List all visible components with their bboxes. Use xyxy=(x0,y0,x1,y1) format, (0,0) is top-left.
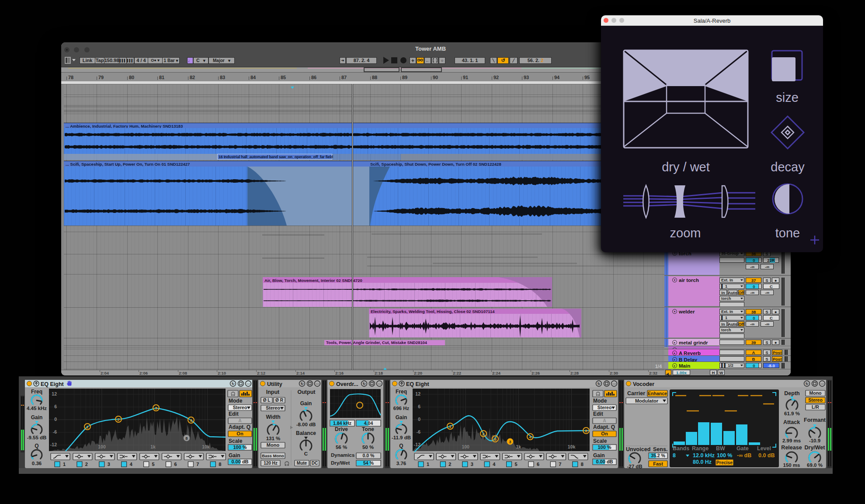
svg-text:7: 7 xyxy=(196,462,199,467)
svg-text:Gain: Gain xyxy=(229,452,240,459)
svg-text:Fast: Fast xyxy=(653,461,663,466)
svg-text:6: 6 xyxy=(418,404,420,409)
svg-text:Dry/Wet: Dry/Wet xyxy=(804,445,825,451)
svg-text:3: 3 xyxy=(108,462,110,467)
svg-text:Enhance: Enhance xyxy=(648,391,667,396)
svg-text:0: 0 xyxy=(418,417,420,422)
svg-text:Adapt. Q: Adapt. Q xyxy=(229,424,250,430)
svg-text:8: 8 xyxy=(185,436,188,441)
svg-text:↻: ↻ xyxy=(232,382,235,386)
svg-text:5: 5 xyxy=(494,437,497,441)
svg-text:Edit: Edit xyxy=(229,411,239,417)
svg-text:Q: Q xyxy=(35,443,38,449)
svg-text:Vocoder: Vocoder xyxy=(633,381,654,387)
svg-text:0.00 dB: 0.00 dB xyxy=(596,459,613,464)
svg-text:Ø R: Ø R xyxy=(275,398,284,403)
svg-text:↻: ↻ xyxy=(598,382,601,386)
svg-text:Freq: Freq xyxy=(396,389,407,395)
svg-text:Depth: Depth xyxy=(784,390,799,396)
svg-text:⋯: ⋯ xyxy=(316,382,319,386)
svg-text:C: C xyxy=(304,451,308,456)
svg-text:2.99 ms: 2.99 ms xyxy=(782,438,801,443)
svg-text:Stereo: Stereo xyxy=(266,405,280,410)
svg-text:⋯: ⋯ xyxy=(378,382,381,386)
svg-text:Q: Q xyxy=(399,443,403,449)
svg-text:131 %: 131 % xyxy=(266,436,281,441)
svg-text:Stereo: Stereo xyxy=(598,405,612,410)
svg-text:-12: -12 xyxy=(50,442,57,447)
svg-text:Width: Width xyxy=(266,414,280,420)
svg-text:8: 8 xyxy=(673,452,676,459)
svg-text:0: 0 xyxy=(54,417,57,422)
svg-text:3.76: 3.76 xyxy=(396,461,406,466)
svg-text:↻: ↻ xyxy=(301,382,304,386)
svg-text:8: 8 xyxy=(219,462,221,467)
svg-text:Tone: Tone xyxy=(362,426,374,432)
svg-text:Utility: Utility xyxy=(267,381,282,387)
svg-text:Overdr...: Overdr... xyxy=(336,381,358,387)
svg-text:On: On xyxy=(601,431,608,436)
svg-text:-10.9: -10.9 xyxy=(809,438,820,443)
svg-text:54 %: 54 % xyxy=(363,460,374,466)
svg-text:0.36: 0.36 xyxy=(32,461,42,466)
svg-text:Scale: Scale xyxy=(593,438,607,444)
svg-text:4: 4 xyxy=(529,434,532,439)
svg-text:5: 5 xyxy=(515,462,518,467)
svg-text:6: 6 xyxy=(537,462,539,467)
svg-text:Precise: Precise xyxy=(716,460,733,465)
svg-text:↻: ↻ xyxy=(806,382,809,386)
svg-text:Bass Mono: Bass Mono xyxy=(262,453,284,458)
svg-text:Attack: Attack xyxy=(783,419,800,425)
svg-text:Bands: Bands xyxy=(673,445,689,452)
svg-text:50 %: 50 % xyxy=(362,445,374,450)
svg-text:4.04: 4.04 xyxy=(364,421,373,426)
svg-text:Mode: Mode xyxy=(229,398,243,404)
svg-text:2: 2 xyxy=(448,462,451,467)
svg-text:Scale: Scale xyxy=(229,438,243,444)
svg-text:Ø L: Ø L xyxy=(263,398,271,403)
svg-text:0.0 dB: 0.0 dB xyxy=(758,452,775,459)
svg-text:Gain: Gain xyxy=(300,400,312,407)
svg-text:6: 6 xyxy=(54,404,57,409)
svg-text:Freq: Freq xyxy=(31,389,42,395)
svg-text:1: 1 xyxy=(449,424,452,429)
svg-text:5: 5 xyxy=(152,462,155,467)
svg-text:Formant: Formant xyxy=(804,417,826,423)
svg-text:0.0 %: 0.0 % xyxy=(363,453,375,458)
svg-text:⋯: ⋯ xyxy=(612,382,616,386)
svg-text:Release: Release xyxy=(781,445,802,451)
svg-text:8: 8 xyxy=(585,428,587,433)
svg-text:⋯: ⋯ xyxy=(247,382,250,386)
svg-text:Gain: Gain xyxy=(593,452,605,459)
svg-text:Gain: Gain xyxy=(31,414,43,421)
svg-text:2: 2 xyxy=(482,431,484,436)
svg-text:Output: Output xyxy=(298,389,316,395)
svg-text:1: 1 xyxy=(86,424,89,429)
svg-text:Stereo: Stereo xyxy=(808,397,823,403)
svg-text:⋯: ⋯ xyxy=(820,382,824,386)
svg-text:12.0 kHz: 12.0 kHz xyxy=(693,452,715,459)
svg-text:1: 1 xyxy=(427,462,429,467)
svg-text:12: 12 xyxy=(52,391,57,396)
svg-text:35.2 %: 35.2 % xyxy=(651,453,665,458)
svg-text:1: 1 xyxy=(63,462,66,467)
svg-text:4.45 kHz: 4.45 kHz xyxy=(27,406,47,411)
svg-text:A: A xyxy=(238,418,242,423)
svg-text:Dynamics: Dynamics xyxy=(331,452,354,458)
svg-text:69.0 %: 69.0 % xyxy=(807,462,823,468)
svg-text:Mode: Mode xyxy=(593,398,607,404)
svg-text:🎧: 🎧 xyxy=(595,391,601,396)
svg-text:Gain: Gain xyxy=(396,414,407,421)
svg-text:7: 7 xyxy=(559,462,561,467)
svg-text:2: 2 xyxy=(85,462,88,467)
svg-text:56 %: 56 % xyxy=(336,445,347,450)
svg-text:Dry/Wet: Dry/Wet xyxy=(331,460,350,466)
svg-text:Mono: Mono xyxy=(267,442,280,448)
svg-text:120 Hz: 120 Hz xyxy=(264,461,278,466)
svg-text:↻: ↻ xyxy=(363,382,366,386)
svg-text:2: 2 xyxy=(117,417,119,422)
svg-text:Modulator: Modulator xyxy=(635,398,659,403)
svg-text:Sens.: Sens. xyxy=(653,446,667,452)
svg-text:8: 8 xyxy=(581,462,584,467)
svg-text:Adapt. Q: Adapt. Q xyxy=(593,424,615,430)
